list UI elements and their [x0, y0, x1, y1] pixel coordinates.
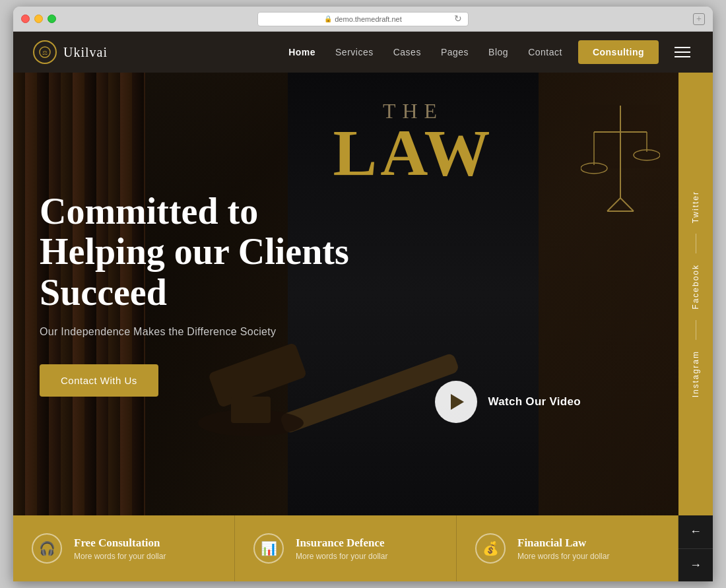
consultation-icon: 🎧 — [32, 533, 62, 564]
logo-emblem: ⚖ — [33, 40, 57, 64]
feature-card-financial: 💰 Financial Law More words for your doll… — [457, 515, 678, 581]
contact-with-us-button[interactable]: Contact With Us — [40, 364, 158, 397]
hamburger-line-1 — [675, 47, 690, 48]
financial-title: Financial Law — [517, 537, 609, 550]
feature-text-insurance: Insurance Defence More words for your do… — [296, 537, 387, 561]
traffic-lights — [21, 15, 56, 23]
refresh-button[interactable]: ↻ — [454, 13, 462, 24]
nav-item-services[interactable]: Services — [335, 46, 374, 58]
close-button[interactable] — [21, 15, 30, 23]
feature-card-consultation: 🎧 Free Consultation More words for your … — [13, 515, 235, 581]
nav-arrows: ← → — [678, 515, 713, 581]
social-divider-2 — [696, 320, 696, 340]
financial-subtitle: More words for your dollar — [517, 552, 609, 561]
hamburger-line-2 — [675, 51, 690, 53]
logo-area[interactable]: ⚖ Ukilvai — [33, 40, 108, 64]
nav-link-blog[interactable]: Blog — [488, 47, 508, 57]
title-bar: 🔒 demo.themedraft.net ↻ + — [13, 7, 713, 32]
scales-of-justice — [581, 99, 660, 231]
video-area: Watch Our Video — [435, 381, 581, 423]
hero-title: Committed to Helping our Clients Succeed — [40, 191, 370, 313]
nav-link-home[interactable]: Home — [288, 47, 315, 57]
lock-icon: 🔒 — [324, 15, 332, 22]
social-sidebar: Twitter Facebook Instagram — [678, 73, 713, 515]
nav-item-contact[interactable]: Contact — [528, 46, 562, 58]
social-divider-1 — [696, 234, 696, 253]
consulting-button[interactable]: Consulting — [578, 40, 659, 64]
play-video-button[interactable] — [435, 381, 477, 423]
browser-window: 🔒 demo.themedraft.net ↻ + ⚖ Ukilvai Home — [13, 7, 713, 581]
feature-text-financial: Financial Law More words for your dollar — [517, 537, 609, 561]
nav-links: Home Services Cases Pages Blog Contact — [288, 46, 562, 58]
hamburger-line-3 — [675, 56, 690, 57]
site-content: ⚖ Ukilvai Home Services Cases Pages — [13, 32, 713, 581]
feature-text-consultation: Free Consultation More words for your do… — [74, 537, 166, 561]
maximize-button[interactable] — [48, 15, 56, 23]
nav-item-cases[interactable]: Cases — [393, 46, 421, 58]
play-icon — [451, 394, 464, 410]
feature-cards: 🎧 Free Consultation More words for your … — [13, 515, 713, 581]
new-tab-button[interactable]: + — [693, 13, 705, 25]
twitter-link[interactable]: Twitter — [691, 180, 700, 234]
insurance-title: Insurance Defence — [296, 537, 387, 550]
feature-card-insurance: 📊 Insurance Defence More words for your … — [235, 515, 457, 581]
nav-item-home[interactable]: Home — [288, 46, 315, 58]
svg-line-9 — [620, 198, 634, 211]
facebook-link[interactable]: Facebook — [691, 253, 700, 320]
logo-text: Ukilvai — [63, 45, 108, 60]
nav-link-pages[interactable]: Pages — [441, 47, 469, 57]
nav-item-pages[interactable]: Pages — [441, 46, 469, 58]
hero-content: Committed to Helping our Clients Succeed… — [13, 73, 396, 515]
nav-link-cases[interactable]: Cases — [393, 47, 421, 57]
consultation-subtitle: More words for your dollar — [74, 552, 166, 561]
svg-text:⚖: ⚖ — [42, 49, 48, 56]
insurance-icon: 📊 — [253, 533, 284, 564]
hamburger-button[interactable] — [672, 44, 693, 60]
address-bar[interactable]: 🔒 demo.themedraft.net — [257, 12, 469, 26]
insurance-subtitle: More words for your dollar — [296, 552, 387, 561]
video-label: Watch Our Video — [488, 395, 581, 408]
nav-link-services[interactable]: Services — [335, 47, 374, 57]
nav-item-blog[interactable]: Blog — [488, 46, 508, 58]
hero-subtitle: Our Independence Makes the Difference So… — [40, 326, 370, 338]
instagram-link[interactable]: Instagram — [691, 340, 700, 408]
nav-link-contact[interactable]: Contact — [528, 47, 562, 57]
prev-arrow-button[interactable]: ← — [678, 515, 713, 549]
financial-icon: 💰 — [475, 533, 506, 564]
hero-section: THE LAW — [13, 73, 713, 515]
svg-line-8 — [607, 198, 620, 211]
navbar: ⚖ Ukilvai Home Services Cases Pages — [13, 32, 713, 73]
consultation-title: Free Consultation — [74, 537, 166, 550]
url-text: demo.themedraft.net — [335, 15, 402, 23]
minimize-button[interactable] — [34, 15, 43, 23]
next-arrow-button[interactable]: → — [678, 549, 713, 582]
